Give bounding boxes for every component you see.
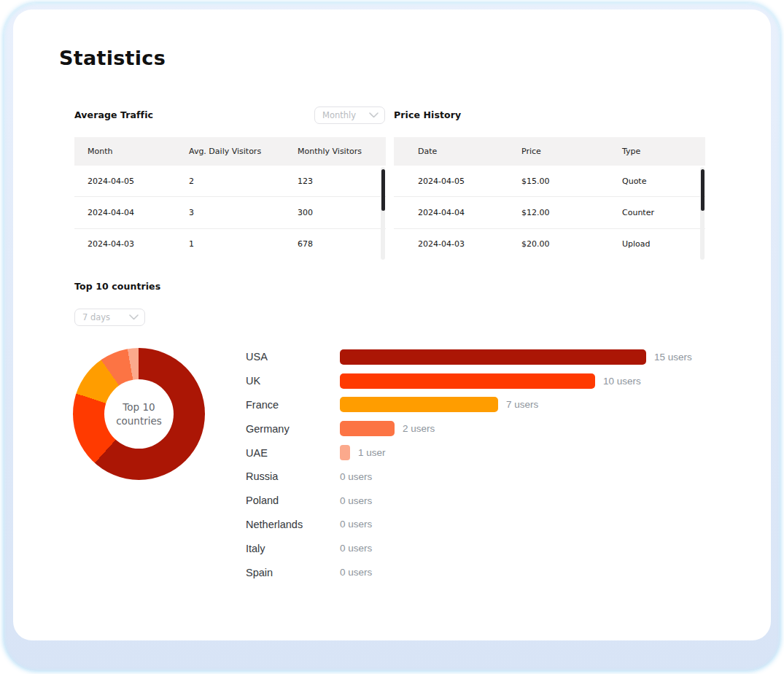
country-label: France	[246, 399, 340, 411]
table-cell: 2024-04-04	[88, 208, 189, 217]
users-count-label: 0 users	[340, 543, 372, 554]
table-row: 2024-04-04$12.00Counter	[394, 197, 705, 228]
bar-row: Germany2 users	[246, 417, 720, 441]
table-cell: 123	[298, 177, 386, 186]
users-count-label: 15 users	[654, 352, 692, 363]
price-history-table: DatePriceType 2024-04-05$15.00Quote2024-…	[394, 137, 705, 260]
traffic-period-dropdown[interactable]: Monthly	[314, 106, 385, 124]
table-cell: 2024-04-05	[88, 177, 189, 186]
column-header: Monthly Visitors	[298, 147, 386, 156]
bar-row: Poland0 users	[246, 489, 720, 513]
users-count-label: 0 users	[340, 567, 372, 578]
users-count-label: 10 users	[603, 376, 641, 387]
bar-row: USA15 users	[246, 345, 720, 369]
scrollbar-track[interactable]	[381, 167, 385, 260]
scrollbar-thumb[interactable]	[381, 169, 385, 211]
table-cell: 2024-04-03	[418, 239, 521, 249]
chevron-down-icon	[369, 112, 379, 118]
table-body: 2024-04-0521232024-04-0433002024-04-0316…	[74, 166, 386, 260]
country-bar	[340, 421, 395, 436]
bar-row: Netherlands0 users	[246, 513, 720, 537]
table-cell: Quote	[622, 177, 705, 186]
scrollbar-thumb[interactable]	[701, 169, 705, 211]
traffic-period-value: Monthly	[322, 110, 369, 120]
table-cell: 1	[189, 239, 298, 249]
donut-center-line2: countries	[116, 414, 162, 427]
users-count-label: 1 user	[358, 447, 386, 458]
countries-period-dropdown[interactable]: 7 days	[74, 309, 145, 326]
users-count-label: 2 users	[403, 423, 435, 434]
price-history-heading: Price History	[394, 109, 461, 120]
donut-center-label: Top 10 countries	[73, 348, 205, 480]
table-cell: 678	[298, 239, 386, 249]
country-label: Spain	[246, 567, 340, 578]
scrollbar-track[interactable]	[700, 167, 705, 260]
country-label: Netherlands	[246, 519, 340, 530]
bar-row: France7 users	[246, 393, 720, 417]
table-row: 2024-04-043300	[74, 197, 386, 228]
column-header: Type	[622, 147, 705, 156]
country-label: Poland	[246, 495, 340, 506]
country-bar	[340, 373, 595, 389]
bar-row: Italy0 users	[246, 536, 720, 560]
table-cell: Upload	[622, 239, 705, 249]
donut-center-line1: Top 10	[123, 400, 155, 414]
country-label: Germany	[246, 423, 340, 435]
users-count-label: 0 users	[340, 495, 372, 506]
bar-row: UAE1 user	[246, 441, 720, 465]
donut-chart: Top 10 countries	[73, 348, 205, 480]
country-label: Italy	[246, 543, 340, 554]
chevron-down-icon	[129, 314, 139, 320]
table-cell: 300	[298, 208, 386, 217]
table-header-row: DatePriceType	[394, 137, 705, 166]
country-label: UK	[246, 375, 340, 387]
table-cell: 3	[189, 208, 298, 217]
column-header: Price	[521, 147, 622, 156]
table-cell: 2024-04-03	[88, 239, 189, 249]
users-count-label: 7 users	[506, 399, 538, 410]
table-cell: Counter	[622, 208, 705, 217]
bar-row: UK10 users	[246, 369, 720, 393]
table-cell: 2024-04-04	[418, 208, 521, 217]
country-label: USA	[246, 351, 340, 363]
countries-period-value: 7 days	[82, 312, 129, 322]
table-cell: 2	[189, 177, 298, 186]
table-row: 2024-04-05$15.00Quote	[394, 166, 705, 197]
table-row: 2024-04-052123	[74, 166, 386, 197]
table-cell: $12.00	[521, 208, 622, 217]
table-cell: $15.00	[521, 177, 622, 186]
users-count-label: 0 users	[340, 519, 372, 530]
column-header: Date	[418, 147, 521, 156]
column-header: Avg. Daily Visitors	[189, 147, 298, 156]
table-header-row: MonthAvg. Daily VisitorsMonthly Visitors	[74, 137, 386, 166]
bar-row: Spain0 users	[246, 560, 720, 584]
table-cell: 2024-04-05	[418, 177, 521, 186]
users-count-label: 0 users	[340, 471, 372, 482]
country-bar	[340, 349, 646, 365]
table-row: 2024-04-031678	[74, 229, 386, 260]
column-header: Month	[88, 147, 189, 156]
average-traffic-heading: Average Traffic	[74, 109, 153, 120]
country-label: Russia	[246, 470, 340, 482]
bar-row: Russia0 users	[246, 465, 720, 489]
page-title: Statistics	[59, 47, 166, 69]
table-cell: $20.00	[521, 239, 622, 249]
average-traffic-table: MonthAvg. Daily VisitorsMonthly Visitors…	[74, 137, 386, 260]
statistics-page: Statistics Average Traffic Monthly Price…	[0, 0, 784, 674]
top10-countries-heading: Top 10 countries	[74, 281, 160, 292]
country-bar	[340, 445, 350, 460]
table-row: 2024-04-03$20.00Upload	[394, 229, 705, 260]
country-label: UAE	[246, 447, 340, 459]
countries-bar-chart: USA15 usersUK10 usersFrance7 usersGerman…	[246, 345, 720, 584]
table-body: 2024-04-05$15.00Quote2024-04-04$12.00Cou…	[394, 166, 705, 260]
country-bar	[340, 397, 498, 412]
